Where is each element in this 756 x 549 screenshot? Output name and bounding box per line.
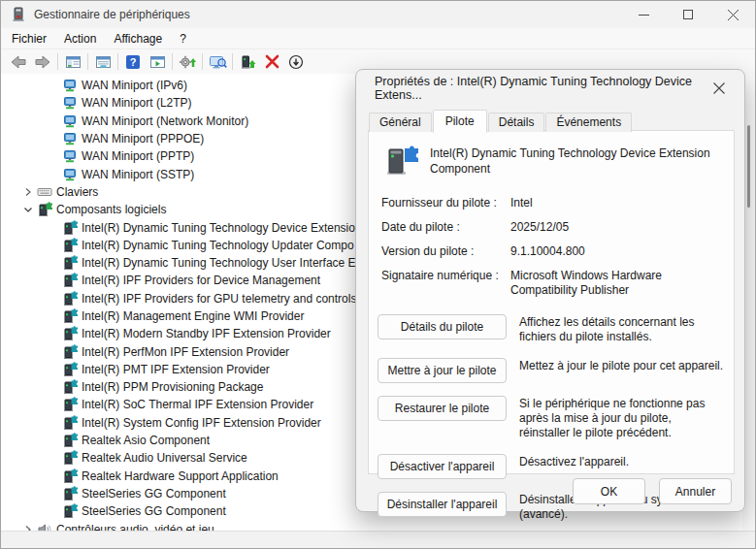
software-icon bbox=[61, 503, 78, 519]
action-pane-icon[interactable] bbox=[147, 51, 168, 72]
software-icon bbox=[61, 238, 78, 253]
field-value: 9.1.10004.800 bbox=[510, 244, 726, 259]
driver-field-row: Fournisseur du pilote :Intel bbox=[381, 196, 726, 210]
tree-scrollbar-thumb[interactable] bbox=[747, 125, 750, 208]
tree-item-label: Intel(R) SoC Thermal IPF Extension Provi… bbox=[82, 398, 313, 411]
driver-tab-panel: Intel(R) Dynamic Tuning Technology Devic… bbox=[368, 130, 735, 474]
scan-hardware-icon[interactable] bbox=[207, 51, 228, 72]
restaurer-le-pilote-button[interactable]: Restaurer le pilote bbox=[378, 396, 507, 421]
tree-item-label: WAN Miniport (PPTP) bbox=[82, 149, 194, 163]
window-bottom-strip bbox=[1, 531, 755, 548]
field-label: Fournisseur du pilote : bbox=[381, 196, 510, 210]
action-description: Désactivez l'appareil. bbox=[519, 454, 728, 469]
minimize-button[interactable] bbox=[621, 1, 666, 28]
svg-text:?: ? bbox=[130, 56, 137, 68]
menu-?[interactable]: ? bbox=[171, 30, 195, 48]
driver-fields: Fournisseur du pilote :IntelDate du pilo… bbox=[369, 186, 734, 298]
details-du-pilote-button[interactable]: Détails du pilote bbox=[378, 314, 507, 339]
tree-item-label: Realtek Audio Universal Service bbox=[82, 451, 247, 465]
tree-item-label: SteelSeries GG Component bbox=[82, 504, 226, 518]
software-icon bbox=[61, 326, 78, 341]
desinstaller-l-appareil-button[interactable]: Désinstaller l'appareil bbox=[378, 492, 507, 517]
field-value: Intel bbox=[510, 196, 726, 210]
tree-item-label: Claviers bbox=[56, 185, 98, 199]
desactiver-l-appareil-button[interactable]: Désactiver l'appareil bbox=[378, 454, 507, 479]
software-cat-icon bbox=[36, 202, 52, 217]
tree-item-label: Intel(R) Dynamic Tuning Technology User … bbox=[82, 256, 362, 270]
software-icon bbox=[61, 255, 78, 271]
mettre-a-jour-le-pilote-button[interactable]: Mettre à jour le pilote bbox=[378, 358, 507, 383]
tab-general[interactable]: Général bbox=[369, 113, 432, 132]
tree-item-label: Intel(R) System Config IPF Extension Pro… bbox=[82, 416, 321, 430]
field-label: Version du pilote : bbox=[381, 244, 510, 259]
tree-item-label: Intel(R) Management Engine WMI Provider bbox=[82, 309, 304, 323]
dialog-title: Propriétés de : Intel(R) Dynamic Tuning … bbox=[375, 75, 707, 102]
software-icon bbox=[61, 220, 78, 236]
network-icon bbox=[61, 148, 78, 164]
tree-item-label: Realtek Asio Component bbox=[82, 434, 210, 447]
software-icon bbox=[61, 273, 78, 288]
tree-item-label: Composants logiciels bbox=[56, 203, 166, 216]
software-icon bbox=[61, 486, 78, 501]
tree-item-label: WAN Miniport (Network Monitor) bbox=[82, 114, 248, 128]
software-icon bbox=[61, 291, 78, 307]
action-description: Affichez les détails concernant les fich… bbox=[519, 314, 728, 345]
tree-item-label: Intel(R) Dynamic Tuning Technology Devic… bbox=[82, 221, 362, 235]
tree-item-label: WAN Miniport (PPPOE) bbox=[82, 132, 204, 145]
maximize-button[interactable] bbox=[666, 1, 710, 28]
tree-item-label: Intel(R) PPM Provisioning Package bbox=[82, 380, 263, 394]
software-icon bbox=[61, 415, 78, 431]
menu-fichier[interactable]: Fichier bbox=[3, 30, 55, 48]
close-button[interactable] bbox=[710, 1, 755, 28]
field-value: Microsoft Windows Hardware Compatibility… bbox=[510, 269, 726, 298]
tree-item-label: Intel(R) IPF Providers for GPU telemetry… bbox=[82, 292, 356, 306]
help-icon[interactable]: ? bbox=[122, 51, 144, 72]
disable-device-icon[interactable] bbox=[285, 51, 307, 72]
driver-action-row: Détails du piloteAffichez les détails co… bbox=[378, 314, 728, 345]
tree-item-label: Intel(R) IPF Providers for Device Manage… bbox=[82, 274, 320, 287]
cancel-button[interactable]: Annuler bbox=[659, 478, 732, 504]
back-icon[interactable] bbox=[8, 51, 29, 72]
network-icon bbox=[61, 113, 78, 129]
tree-item-label: WAN Miniport (SSTP) bbox=[82, 168, 194, 181]
chevron-down-icon[interactable] bbox=[20, 202, 36, 217]
properties-icon[interactable] bbox=[92, 51, 114, 72]
device-manager-window: Gestionnaire de périphériques FichierAct… bbox=[0, 0, 756, 549]
network-icon bbox=[61, 131, 78, 146]
tree-item-label: Intel(R) PMT IPF Extension Provider bbox=[82, 363, 270, 376]
software-icon bbox=[61, 344, 78, 360]
device-name: Intel(R) Dynamic Tuning Technology Devic… bbox=[430, 144, 721, 180]
tab-details[interactable]: Détails bbox=[488, 113, 545, 132]
dialog-tabs: GénéralPiloteDétailsÉvénements bbox=[369, 110, 633, 131]
window-title: Gestionnaire de périphériques bbox=[34, 8, 190, 21]
title-bar: Gestionnaire de périphériques bbox=[1, 1, 755, 28]
driver-action-row: Désactiver l'appareilDésactivez l'appare… bbox=[378, 454, 728, 479]
update-driver-icon[interactable] bbox=[177, 51, 198, 72]
ok-button[interactable]: OK bbox=[573, 478, 645, 504]
console-tree-icon[interactable] bbox=[62, 51, 83, 72]
dialog-close-icon[interactable] bbox=[707, 76, 733, 101]
driver-field-row: Version du pilote :9.1.10004.800 bbox=[381, 244, 726, 259]
tree-item-label: Intel(R) Dynamic Tuning Technology Updat… bbox=[82, 239, 354, 252]
forward-icon[interactable] bbox=[32, 51, 53, 72]
keyboard-icon bbox=[36, 184, 52, 200]
chevron-right-icon[interactable] bbox=[20, 184, 36, 200]
field-label: Date du pilote : bbox=[381, 220, 510, 235]
network-icon bbox=[61, 78, 78, 93]
uninstall-device-icon[interactable] bbox=[261, 51, 282, 72]
tab-evenements[interactable]: Événements bbox=[545, 113, 632, 132]
tab-pilote[interactable]: Pilote bbox=[433, 110, 487, 133]
device-properties-dialog: Propriétés de : Intel(R) Dynamic Tuning … bbox=[355, 69, 745, 512]
software-icon bbox=[61, 450, 78, 466]
tree-item-label: Intel(R) PerfMon IPF Extension Provider bbox=[82, 345, 289, 359]
driver-action-row: Restaurer le piloteSi le périphérique ne… bbox=[378, 396, 728, 441]
driver-up-icon[interactable] bbox=[237, 51, 258, 72]
software-icon bbox=[61, 468, 78, 484]
device-manager-icon bbox=[11, 7, 26, 22]
field-value: 2025/12/05 bbox=[510, 220, 726, 235]
menu-affichage[interactable]: Affichage bbox=[105, 30, 171, 48]
software-icon bbox=[61, 433, 78, 448]
menu-action[interactable]: Action bbox=[55, 30, 105, 48]
device-icon bbox=[381, 144, 418, 180]
tree-item-label: SteelSeries GG Component bbox=[82, 487, 226, 501]
